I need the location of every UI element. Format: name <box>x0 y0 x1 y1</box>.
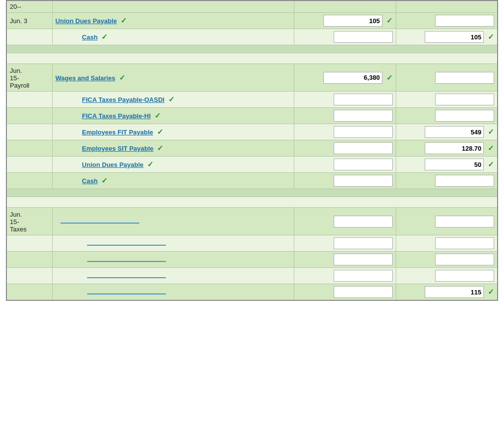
entry3-line3 <box>6 252 498 268</box>
entry1-debit-input[interactable] <box>323 15 382 27</box>
fica-hi-credit-input[interactable] <box>435 110 494 122</box>
entry3-blank1-credit-cell <box>396 208 498 235</box>
entry2-union-credit-cell: ✓ <box>396 157 498 173</box>
union-dues-payable-link-1[interactable]: Union Dues Payable <box>56 17 117 25</box>
entry2-union-credit-input[interactable] <box>425 159 484 170</box>
wages-salaries-link[interactable]: Wages and Salaries <box>56 74 116 82</box>
entry1-cash-debit-input[interactable] <box>334 31 393 43</box>
entry1-cash-credit-check: ✓ <box>488 32 494 41</box>
fit-debit-input[interactable] <box>334 126 393 138</box>
entry1-line2: Cash ✓ ✓ <box>6 29 498 45</box>
fica-hi-account[interactable]: FICA Taxes Payable-HI ✓ <box>52 108 294 124</box>
entry3-blank4-debit-cell <box>294 268 396 284</box>
fica-oasdi-link[interactable]: FICA Taxes Payable-OASDI <box>82 96 165 103</box>
entry2-wages-debit-input[interactable] <box>323 72 382 84</box>
sit-credit-input[interactable] <box>425 142 484 154</box>
entry1-cash-credit-input[interactable] <box>425 31 484 43</box>
entry3-line2 <box>6 235 498 252</box>
entry3-blank2-credit-input[interactable] <box>435 237 494 249</box>
entry2-union-debit-input[interactable] <box>334 159 393 170</box>
entry3-blank5-credit-input[interactable] <box>425 286 484 298</box>
sit-debit-cell <box>294 140 396 157</box>
entry3-blank-line-3[interactable] <box>87 261 166 262</box>
entry3-blank5-debit-cell <box>294 284 396 301</box>
cash-link-1[interactable]: Cash <box>82 33 98 41</box>
entry3-blank-line-5[interactable] <box>87 293 166 294</box>
entry2-fit: Employees FIT Payable ✓ ✓ <box>6 124 498 140</box>
cash-link-2[interactable]: Cash <box>82 177 98 185</box>
entry3-blank-line-1[interactable] <box>61 223 139 224</box>
fit-link[interactable]: Employees FIT Payable <box>82 129 154 136</box>
entry3-line4 <box>6 268 498 284</box>
fica-hi-link[interactable]: FICA Taxes Payable-HI <box>82 112 151 120</box>
sit-check: ✓ <box>157 144 163 152</box>
fica-oasdi-debit-cell <box>294 92 396 108</box>
sit-debit-input[interactable] <box>334 142 393 154</box>
entry1-credit-input[interactable] <box>435 15 494 27</box>
entry3-blank1-account[interactable] <box>52 208 294 235</box>
entry1-cash-date <box>6 29 52 45</box>
entry2-union-debit-cell <box>294 157 396 173</box>
entry2-sit: Employees SIT Payable ✓ ✓ <box>6 140 498 157</box>
entry3-blank3-credit-input[interactable] <box>435 254 494 265</box>
year-debit-spacer <box>294 0 396 13</box>
entry3-blank1-debit-input[interactable] <box>334 216 393 227</box>
entry2-cash-credit-input[interactable] <box>435 175 494 187</box>
entry3-blank4-credit-input[interactable] <box>435 270 494 282</box>
union-dues-link-2[interactable]: Union Dues Payable <box>82 161 144 168</box>
fit-credit-input[interactable] <box>425 126 484 138</box>
fica-oasdi-account[interactable]: FICA Taxes Payable-OASDI ✓ <box>52 92 294 108</box>
entry3-blank2-debit-input[interactable] <box>334 237 393 249</box>
entry3-line1: Jun.15-Taxes <box>6 208 498 235</box>
entry3-blank1-credit-input[interactable] <box>435 216 494 227</box>
entry2-cash: Cash ✓ <box>6 173 498 189</box>
entry2-wages-credit-input[interactable] <box>435 72 494 84</box>
fica-hi-check: ✓ <box>155 111 161 120</box>
sit-link[interactable]: Employees SIT Payable <box>82 145 154 152</box>
fica-oasdi-credit-input[interactable] <box>435 94 494 105</box>
fica-hi-debit-cell <box>294 108 396 124</box>
year-row: 20-- <box>6 0 498 13</box>
entry2-union-account[interactable]: Union Dues Payable ✓ <box>52 157 294 173</box>
fit-check: ✓ <box>157 128 163 136</box>
entry1-cash-account[interactable]: Cash ✓ <box>52 29 294 45</box>
year-cell: 20-- <box>6 0 52 13</box>
entry2-union-credit-check: ✓ <box>488 160 494 169</box>
entry3-blank4-credit-cell <box>396 268 498 284</box>
fit-debit-cell <box>294 124 396 140</box>
entry3-blank5-account[interactable] <box>52 284 294 301</box>
entry3-date: Jun.15-Taxes <box>6 208 52 235</box>
sit-account[interactable]: Employees SIT Payable ✓ <box>52 140 294 157</box>
entry2-cash-credit-cell <box>396 173 498 189</box>
entry3-blank2-account[interactable] <box>52 235 294 252</box>
fit-credit-check: ✓ <box>488 128 494 136</box>
fit-account[interactable]: Employees FIT Payable ✓ <box>52 124 294 140</box>
entry2-wages-credit-cell <box>396 64 498 92</box>
entry2-wages-debit-check: ✓ <box>386 73 393 82</box>
entry3-blank-line-2[interactable] <box>87 245 166 246</box>
entry2-cash-debit-input[interactable] <box>334 175 393 187</box>
entry3-blank4-account[interactable] <box>52 268 294 284</box>
entry1-line1: Jun. 3 Union Dues Payable ✓ ✓ <box>6 13 498 29</box>
entry3-blank5-credit-cell: ✓ <box>396 284 498 301</box>
fica-hi-credit-cell <box>396 108 498 124</box>
entry3-blank3-debit-input[interactable] <box>334 254 393 265</box>
entry1-account-debit[interactable]: Union Dues Payable ✓ <box>52 13 294 29</box>
entry2-cash-account[interactable]: Cash ✓ <box>52 173 294 189</box>
entry1-date: Jun. 3 <box>6 13 52 29</box>
entry2-union: Union Dues Payable ✓ ✓ <box>6 157 498 173</box>
entry2-wages-credit-wrapper <box>399 72 494 84</box>
entry3-line5: ✓ <box>6 284 498 301</box>
fica-oasdi-debit-input[interactable] <box>334 94 393 105</box>
entry3-blank-line-4[interactable] <box>87 277 166 278</box>
entry1-cash-credit-cell: ✓ <box>396 29 498 45</box>
entry3-blank3-account[interactable] <box>52 252 294 268</box>
entry1-debit-wrapper: ✓ <box>297 15 393 27</box>
entry2-wages-account[interactable]: Wages and Salaries ✓ <box>52 64 294 92</box>
empty-2 <box>6 197 498 208</box>
fica-oasdi-credit-cell <box>396 92 498 108</box>
fica-hi-debit-input[interactable] <box>334 110 393 122</box>
fit-credit-cell: ✓ <box>396 124 498 140</box>
entry3-blank4-debit-input[interactable] <box>334 270 393 282</box>
entry3-blank5-debit-input[interactable] <box>334 286 393 298</box>
